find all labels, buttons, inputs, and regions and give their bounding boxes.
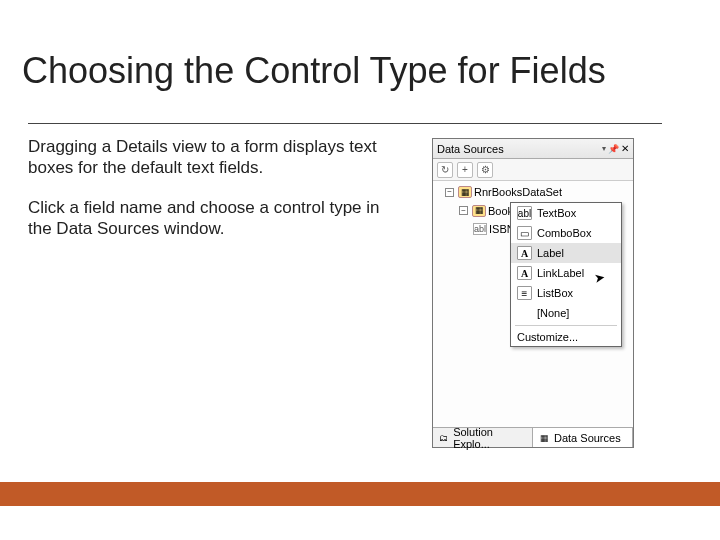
tab-data-sources[interactable]: ▦ Data Sources xyxy=(533,428,633,447)
menu-separator xyxy=(515,325,617,326)
dataset-icon: ▦ xyxy=(458,186,472,198)
panel-toolbar: ↻ + ⚙ xyxy=(433,159,633,181)
paragraph-2: Click a field name and choose a control … xyxy=(28,197,388,240)
label-icon: A xyxy=(517,246,532,260)
tab-solution-explorer[interactable]: 🗂 Solution Explo... xyxy=(433,428,533,447)
pin-icon[interactable]: 📌 xyxy=(608,144,619,154)
table-icon: ▦ xyxy=(472,205,486,217)
dataset-label: RnrBooksDataSet xyxy=(474,184,562,201)
expander-minus-icon[interactable]: − xyxy=(459,206,468,215)
slide-title: Choosing the Control Type for Fields xyxy=(22,50,606,92)
menu-label: Label xyxy=(537,247,564,259)
listbox-icon: ≡ xyxy=(517,286,532,300)
tree-dataset-row[interactable]: − ▦ RnrBooksDataSet xyxy=(435,183,631,202)
combobox-icon: ▭ xyxy=(517,226,532,240)
dropdown-icon[interactable]: ▾ xyxy=(602,144,606,153)
menu-label: LinkLabel xyxy=(537,267,584,279)
menu-item-customize[interactable]: Customize... xyxy=(511,328,621,346)
menu-item-listbox[interactable]: ≡ ListBox xyxy=(511,283,621,303)
control-type-menu: abl TextBox ▭ ComboBox A Label A LinkLab… xyxy=(510,202,622,347)
tab-datasources-label: Data Sources xyxy=(554,432,621,444)
field-icon: abl xyxy=(473,223,487,235)
linklabel-icon: A xyxy=(517,266,532,280)
textbox-icon: abl xyxy=(517,206,532,220)
menu-item-combobox[interactable]: ▭ ComboBox xyxy=(511,223,621,243)
menu-label: [None] xyxy=(537,307,569,319)
menu-item-none[interactable]: [None] xyxy=(511,303,621,323)
toolbar-config-icon[interactable]: ⚙ xyxy=(477,162,493,178)
menu-label: Customize... xyxy=(517,331,578,343)
menu-label: TextBox xyxy=(537,207,576,219)
menu-item-textbox[interactable]: abl TextBox xyxy=(511,203,621,223)
none-icon xyxy=(517,306,532,320)
data-sources-icon: ▦ xyxy=(538,432,550,444)
menu-label: ListBox xyxy=(537,287,573,299)
menu-item-linklabel[interactable]: A LinkLabel xyxy=(511,263,621,283)
toolbar-refresh-icon[interactable]: ↻ xyxy=(437,162,453,178)
close-icon[interactable]: ✕ xyxy=(621,143,629,154)
body-text: Dragging a Details view to a form displa… xyxy=(28,136,388,257)
panel-tabs: 🗂 Solution Explo... ▦ Data Sources xyxy=(433,427,633,447)
toolbar-add-icon[interactable]: + xyxy=(457,162,473,178)
title-underline xyxy=(28,123,662,124)
solution-explorer-icon: 🗂 xyxy=(438,432,449,444)
menu-item-label[interactable]: A Label xyxy=(511,243,621,263)
menu-label: ComboBox xyxy=(537,227,591,239)
tab-solution-label: Solution Explo... xyxy=(453,426,527,450)
footer-accent-bar xyxy=(0,482,720,506)
panel-titlebar: Data Sources ▾ 📌 ✕ xyxy=(433,139,633,159)
panel-title-text: Data Sources xyxy=(437,143,504,155)
expander-minus-icon[interactable]: − xyxy=(445,188,454,197)
paragraph-1: Dragging a Details view to a form displa… xyxy=(28,136,388,179)
